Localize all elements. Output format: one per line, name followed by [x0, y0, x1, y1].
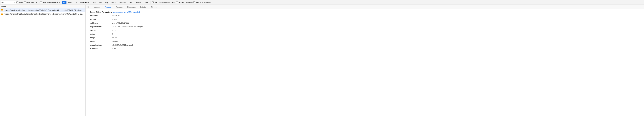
left-panel: Name XHRregister?model=select&organizati… [0, 5, 86, 116]
hide-data-urls-label: Hide data URLs [26, 1, 40, 3]
detail-content: ▼ Query String Parameters view source vi… [86, 9, 644, 116]
invert-checkbox-label[interactable]: Invert [16, 1, 24, 3]
param-key: lang [90, 36, 112, 39]
view-source-button[interactable]: view source [113, 11, 123, 13]
blocked-requests-text: Blocked requests [178, 1, 192, 3]
param-value: sm_1702129517980 [112, 21, 129, 24]
filter-img-button[interactable]: Img [104, 1, 110, 4]
request-item[interactable]: XHRregister?model=select&organization=xQ… [0, 8, 86, 12]
tab-response[interactable]: Response [126, 5, 137, 9]
filter-ws-button[interactable]: WS [128, 1, 134, 4]
tab-payload[interactable]: Payload [104, 5, 113, 9]
param-row: callback sm_1702129517980 [86, 21, 644, 25]
param-key: model [90, 18, 112, 21]
filter-js-button[interactable]: JS [73, 1, 78, 4]
param-value: xQsKB7v2qSFLFxnvmjd0 [112, 43, 133, 47]
section-title: Query String Parameters [90, 11, 112, 13]
param-value: select [112, 18, 117, 21]
request-name: register?channel=DEFAULT&model=select&ca… [4, 13, 84, 15]
detail-topbar: ✕ Headers Payload Preview Response Initi… [86, 5, 644, 9]
param-key: channel [90, 14, 112, 17]
tab-headers[interactable]: Headers [92, 5, 102, 9]
param-row: channel DEFAULT [86, 14, 644, 17]
param-key: sdkver [90, 29, 112, 32]
filter-css-button[interactable]: CSS [91, 1, 97, 4]
filter-manifest-button[interactable]: Manifest [118, 1, 128, 4]
param-row: rversion 1.0.4 [86, 47, 644, 51]
param-row: model select [86, 17, 644, 21]
blocked-response-cookies-label[interactable]: Blocked response cookies [152, 1, 176, 3]
query-string-section-header: ▼ Query String Parameters view source vi… [86, 10, 644, 14]
third-party-requests-label[interactable]: 3rd-party requests [193, 1, 211, 3]
filter-wasm-button[interactable]: Wasm [134, 1, 142, 4]
param-key: data [90, 32, 112, 35]
tab-timing[interactable]: Timing [150, 5, 158, 9]
toolbar-divider-2 [150, 1, 151, 4]
param-key: rversion [90, 47, 112, 50]
param-row: organization xQsKB7v2qSFLFxnvmjd0 [86, 43, 644, 47]
hide-ext-urls-checkbox[interactable] [40, 1, 42, 3]
blocked-response-cookies-checkbox[interactable] [152, 1, 154, 3]
view-url-encoded-button[interactable]: view URL-encoded [124, 11, 140, 13]
request-type-icon: XHR [1, 13, 3, 15]
param-row: sdkver 1.1.3 [86, 28, 644, 32]
hide-ext-urls-checkbox-label[interactable]: Hide extension URLs [40, 1, 60, 3]
right-panel: ✕ Headers Payload Preview Response Initi… [86, 5, 644, 116]
filter-all-button[interactable]: All [62, 1, 66, 4]
blocked-requests-label[interactable]: Blocked requests [176, 1, 192, 3]
param-row: lang zh-cn [86, 36, 644, 39]
tab-preview[interactable]: Preview [115, 5, 124, 9]
params-container: channel DEFAULTmodel selectcallback sm_1… [86, 14, 644, 51]
param-row: appId default [86, 39, 644, 43]
list-header: Name [0, 5, 86, 8]
param-key: organization [90, 43, 112, 47]
param-value: 1.1.3 [112, 29, 116, 32]
request-list[interactable]: XHRregister?model=select&organization=xQ… [0, 8, 86, 116]
param-key: captchaUuid [90, 25, 112, 28]
search-clear-icon[interactable]: ✕ [13, 1, 15, 3]
param-key: callback [90, 21, 112, 24]
request-type-icon: XHR [1, 9, 3, 11]
section-toggle-icon[interactable]: ▼ [87, 11, 88, 13]
filter-media-button[interactable]: Media [110, 1, 118, 4]
hide-data-urls-checkbox-label[interactable]: Hide data URLs [24, 1, 40, 3]
request-item[interactable]: XHRregister?channel=DEFAULT&model=select… [0, 12, 86, 16]
tab-initiator[interactable]: Initiator [139, 5, 148, 9]
param-value: DEFAULT [112, 14, 120, 17]
param-value: 1.0.4 [112, 47, 116, 50]
hide-ext-urls-label: Hide extension URLs [42, 1, 60, 3]
toolbar: ✕ Invert Hide data URLs Hide extension U… [0, 0, 644, 5]
blocked-response-cookies-text: Blocked response cookies [154, 1, 176, 3]
search-wrapper: ✕ [1, 1, 16, 4]
main-area: Name XHRregister?model=select&organizati… [0, 5, 644, 116]
list-header-name: Name [1, 5, 6, 7]
filter-font-button[interactable]: Font [98, 1, 104, 4]
param-value: {} [112, 32, 113, 35]
filter-doc-button[interactable]: Doc [67, 1, 73, 4]
invert-label: Invert [19, 1, 24, 3]
param-value: 20231209214506ff2iMsMEYx24tjQdzD [112, 25, 144, 28]
param-row: captchaUuid 20231209214506ff2iMsMEYx24tj… [86, 25, 644, 28]
blocked-requests-checkbox[interactable] [176, 1, 178, 3]
filter-other-button[interactable]: Other [142, 1, 150, 4]
param-row: data {} [86, 32, 644, 36]
param-value: default [112, 40, 118, 43]
hide-data-urls-checkbox[interactable] [24, 1, 26, 3]
invert-checkbox[interactable] [16, 1, 18, 3]
param-key: appId [90, 40, 112, 43]
param-value: zh-cn [112, 36, 117, 39]
third-party-requests-text: 3rd-party requests [196, 1, 211, 3]
third-party-requests-checkbox[interactable] [193, 1, 195, 3]
search-input[interactable] [2, 1, 13, 3]
detail-close-button[interactable]: ✕ [87, 6, 90, 8]
request-name: register?model=select&organization=xQsKB… [4, 9, 84, 11]
filter-fetch-xhr-button[interactable]: Fetch/XHR [78, 1, 90, 4]
